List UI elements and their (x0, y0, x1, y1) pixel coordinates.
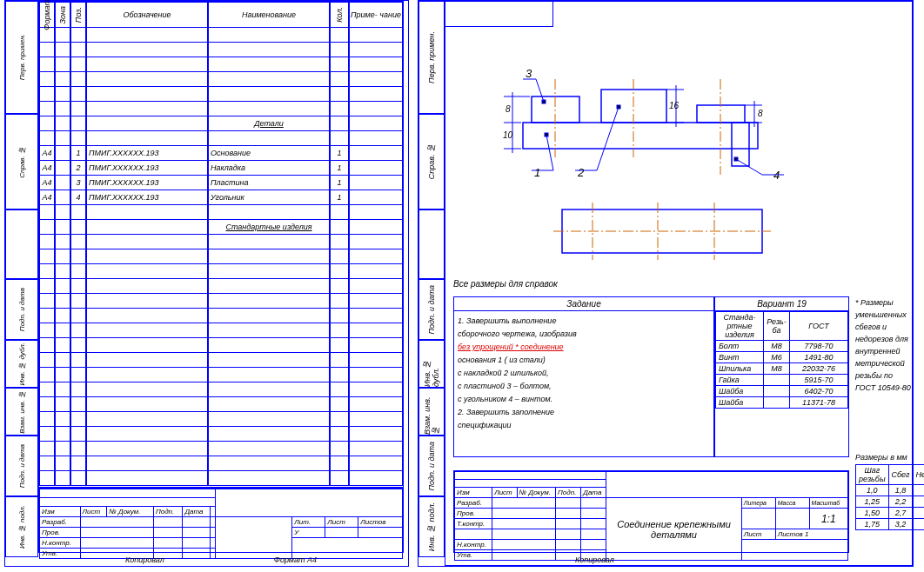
label-sprav2: Справ. № (427, 143, 436, 179)
st2-scale: 1:1 (809, 509, 847, 529)
st2-razrab: Разраб. (455, 498, 492, 509)
sn-l2: уменьшенных (855, 309, 912, 321)
label-inv-dubl2: Инв. № дубл. (423, 341, 440, 387)
variant-title: Вариант 19 (715, 297, 848, 311)
st2-list2: Лист (741, 529, 775, 540)
label-inv-podl: Инв. № подл. (18, 505, 26, 549)
label-perv-primen2: Перв. примен. (427, 31, 436, 83)
sn-l4: недорезов для (855, 333, 912, 345)
callout-3: 3 (526, 67, 532, 80)
label-podp-data2: Подп. и дата (18, 444, 26, 488)
sn-l8: ГОСТ 10549-80 (855, 382, 912, 394)
label-podp-data: Подп. и дата (18, 288, 26, 331)
pitch-table: Размеры в мм Шаг резьбы Сбег Недорез 1,0… (855, 453, 912, 530)
sn-l6: метрической (855, 357, 912, 369)
task-l7: с угольником 4 – винтом. (458, 393, 710, 406)
st-razrab: Разраб. (40, 517, 81, 528)
task-l6: с пластиной 3 – болтом, (458, 380, 710, 393)
pitch-h1: Шаг резьбы (856, 465, 889, 485)
st2-title: Соединение крепежными деталями (606, 498, 742, 561)
pitch-h2: Сбег (888, 465, 913, 485)
col-qty: Кол. (335, 7, 344, 23)
footer-format: Формат А4 (274, 555, 317, 564)
st2-date: Дата (581, 488, 606, 498)
specification-sheet: Перв. примен. Справ. № Подп. и дата Инв.… (4, 0, 409, 567)
dim-8-1: 8 (506, 104, 511, 114)
st-izm: Изм (40, 507, 81, 517)
st2-ndokum: № Докум. (517, 488, 555, 498)
label-inv-podl2: Инв. № подл. (427, 502, 436, 551)
task-title: Задание (454, 297, 713, 311)
st2-list: Лист (492, 488, 517, 498)
st2-utv: Утв. (455, 550, 492, 561)
st-listov: Листов (358, 517, 403, 528)
col-zone: Зона (58, 6, 67, 24)
st-podp: Подп. (153, 507, 182, 517)
all-dims-note: Все размеры для справок (453, 279, 558, 289)
sn-l3: сбегов и (855, 321, 912, 333)
st2-listov: Листов 1 (775, 529, 847, 540)
st-list2: Лист (325, 517, 358, 528)
task-l2: сборочного чертежа, изобразив (458, 328, 710, 341)
col-pos: Поз. (74, 7, 83, 23)
spec-table: Формат Зона Поз. Обозначение Наименовани… (38, 1, 404, 488)
st-ndokum: № Докум. (107, 507, 154, 517)
svg-line-12 (546, 135, 553, 170)
title-block-1: Изм Лист № Докум. Подп. Дата Разраб. Лит… (38, 488, 404, 553)
st-nkontr: Н.контр. (40, 538, 81, 549)
svg-line-15 (597, 107, 619, 170)
gost-sidenote: * Размеры уменьшенных сбегов и недорезов… (855, 296, 912, 394)
label-inv-dubl: Инв. № дубл. (18, 343, 26, 386)
label-perv-primen: Перв. примен. (18, 34, 26, 80)
footer-kopiroval2: Копировал (575, 555, 614, 564)
label-podp-data3: Подп. и дата (427, 285, 436, 334)
task-l9: спецификации (458, 419, 710, 432)
svg-line-9 (536, 79, 544, 102)
pitch-title: Размеры в мм (855, 453, 912, 462)
callout-2: 2 (577, 166, 585, 179)
col-note: Приме- чание (349, 2, 403, 28)
callout-4: 4 (773, 169, 780, 182)
task-l4: основания 1 ( из стали) (458, 354, 710, 367)
sn-l1: * Размеры (855, 296, 912, 309)
task-l8: 2. Завершить заполнение (458, 406, 710, 419)
task-box: Задание 1. Завершить выполнение сборочно… (453, 296, 714, 457)
col-format: Формат (43, 0, 51, 30)
col-designation: Обозначение (86, 2, 208, 28)
st2-massa: Масса (775, 498, 809, 509)
st2-nkontr: Н.контр. (455, 540, 492, 550)
callout-1: 1 (534, 166, 540, 179)
assembly-drawing: 3 1 2 4 8 10 16 8 (445, 27, 819, 270)
label-vzam-inv2: Взам. инв. № (423, 389, 440, 435)
var-h3: ГОСТ (790, 312, 848, 341)
footer-kopiroval: Копировал (125, 555, 164, 564)
dim-16: 16 (669, 101, 680, 110)
title-block-2: Изм Лист № Докум. Подп. Дата Разраб. Сое… (453, 470, 849, 553)
st-date: Дата (183, 507, 210, 517)
label-sprav: Справ. № (18, 146, 26, 178)
st2-masshtab: Масштаб (809, 498, 847, 509)
st2-podp: Подп. (556, 488, 581, 498)
dim-8-2: 8 (758, 109, 763, 118)
st2-prov: Пров. (455, 509, 492, 519)
var-h1: Станда- ртные изделия (716, 312, 764, 341)
st2-tkontr: Т.контр. (455, 519, 492, 529)
variant-box: Вариант 19 Станда- ртные изделия Резь- б… (714, 296, 849, 457)
sheet2-sidebar: Перв. примен. Справ. № Подп. и дата Инв.… (418, 1, 445, 566)
var-h2: Резь- ба (764, 312, 790, 341)
st-prov: Пров. (40, 528, 81, 538)
assembly-drawing-sheet: Перв. примен. Справ. № Подп. и дата Инв.… (418, 0, 914, 567)
pitch-h3: Недорез (913, 465, 924, 485)
st-list: Лист (80, 507, 107, 517)
label-podp-data4: Подп. и дата (427, 442, 436, 490)
task-l5: с накладкой 2 шпилькой, (458, 367, 710, 380)
dim-10: 10 (503, 130, 513, 140)
st2-litera: Литера (741, 498, 775, 509)
st2-izm: Изм (455, 488, 492, 498)
sn-l5: внутренней (855, 345, 912, 357)
col-name: Наименование (208, 2, 330, 28)
task-l3: без упрощений * соединение (458, 341, 710, 354)
sn-l7: резьбы по (855, 369, 912, 382)
svg-rect-0 (523, 123, 758, 149)
st-lit: Лит. (292, 517, 325, 528)
